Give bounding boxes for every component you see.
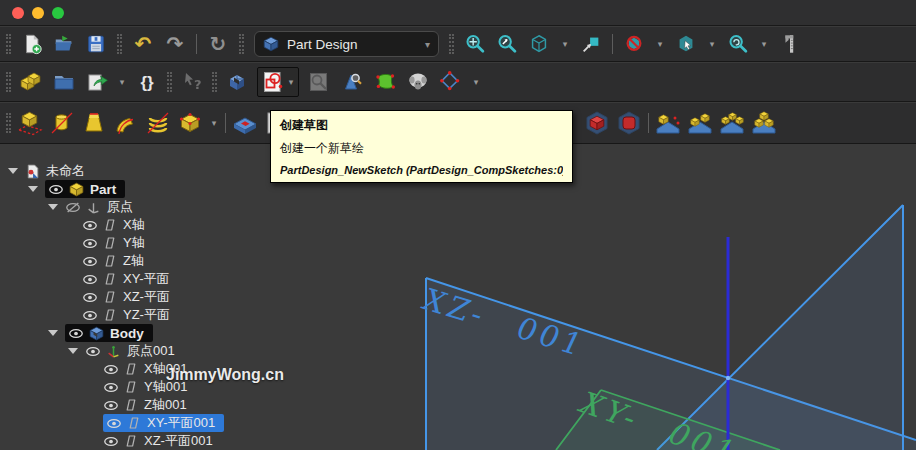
dropdown-caret[interactable]: ▾ — [471, 69, 481, 95]
subtractive-box-button[interactable] — [584, 110, 610, 136]
additive-loft-button[interactable] — [81, 110, 107, 136]
create-part-button[interactable] — [18, 69, 44, 95]
eye-icon[interactable] — [68, 328, 84, 339]
subtractive-wedge-button[interactable] — [616, 110, 642, 136]
eye-icon[interactable] — [103, 364, 119, 375]
eye-icon[interactable] — [82, 274, 98, 285]
fit-selection-button[interactable] — [496, 33, 518, 55]
tree-row-x-axis[interactable]: X轴 — [0, 216, 340, 234]
eye-icon[interactable] — [82, 256, 98, 267]
refresh-button[interactable]: ↻ — [207, 33, 229, 55]
polar-pattern-button[interactable] — [719, 110, 745, 136]
make-link-button[interactable] — [84, 69, 110, 95]
revolution-button[interactable] — [49, 110, 75, 136]
toolbar-drag-handle[interactable] — [117, 34, 122, 54]
tree-row-xz-plane001[interactable]: XZ-平面001 — [0, 432, 340, 450]
open-document-button[interactable] — [53, 33, 75, 55]
toolbar-drag-handle[interactable] — [449, 34, 454, 54]
tree-label: 未命名 — [46, 162, 85, 180]
macro-braces-button[interactable]: {} — [134, 69, 160, 95]
eye-icon[interactable] — [103, 400, 119, 411]
eye-slash-icon[interactable] — [65, 202, 81, 213]
workbench-selector[interactable]: Part Design ▾ — [254, 31, 439, 57]
zoom-refresh-button[interactable] — [727, 33, 749, 55]
tree-row-z-axis[interactable]: Z轴 — [0, 252, 340, 270]
axonometric-view-button[interactable] — [528, 33, 550, 55]
toolbar-drag-handle[interactable] — [239, 34, 244, 54]
expand-arrow-icon[interactable] — [48, 204, 58, 210]
tree-row-x-axis001[interactable]: X轴001 — [0, 360, 340, 378]
minimize-button[interactable] — [32, 7, 44, 19]
save-button[interactable] — [85, 33, 107, 55]
expand-arrow-icon[interactable] — [28, 186, 38, 192]
undo-button[interactable]: ↶ — [132, 33, 154, 55]
tree-row-xy-plane[interactable]: XY-平面 — [0, 270, 340, 288]
eye-icon[interactable] — [82, 310, 98, 321]
dropdown-caret[interactable]: ▾ — [286, 69, 296, 95]
additive-box-button[interactable] — [177, 110, 203, 136]
whats-this-button[interactable]: ? — [179, 69, 205, 95]
set-view-button[interactable] — [580, 33, 602, 55]
tree-row-y-axis[interactable]: Y轴 — [0, 234, 340, 252]
create-clone-button[interactable] — [405, 69, 431, 95]
create-body-button[interactable] — [224, 69, 250, 95]
toolbar-drag-handle[interactable] — [6, 113, 11, 133]
dropdown-caret[interactable]: ▾ — [560, 31, 570, 57]
eye-icon[interactable] — [106, 418, 122, 429]
create-group-button[interactable] — [51, 69, 77, 95]
tree-row-origin[interactable]: 原点 — [0, 198, 340, 216]
tree-row-yz-plane[interactable]: YZ-平面 — [0, 306, 340, 324]
expand-arrow-icon[interactable] — [68, 348, 78, 354]
dropdown-caret[interactable]: ▾ — [707, 31, 717, 57]
expand-arrow-icon[interactable] — [48, 330, 58, 336]
toolbar-drag-handle[interactable] — [212, 72, 217, 92]
toolbar-drag-handle[interactable] — [6, 34, 11, 54]
pad-button[interactable] — [17, 110, 43, 136]
selection-cube-button[interactable] — [675, 33, 697, 55]
dropdown-caret[interactable]: ▾ — [117, 69, 127, 95]
pocket-button[interactable] — [232, 110, 258, 136]
zoom-button[interactable] — [52, 7, 64, 19]
tree-row-xz-plane[interactable]: XZ-平面 — [0, 288, 340, 306]
titlebar — [0, 0, 916, 26]
linear-pattern-button[interactable] — [687, 110, 713, 136]
create-shapebinder-button[interactable] — [372, 69, 398, 95]
dropdown-caret[interactable]: ▾ — [759, 31, 769, 57]
tree-row-xy-plane001-selected[interactable]: XY-平面001 — [0, 414, 340, 432]
new-document-button[interactable] — [21, 33, 43, 55]
additive-pipe-button[interactable] — [113, 110, 139, 136]
redo-button[interactable]: ↷ — [164, 33, 186, 55]
eye-icon[interactable] — [82, 292, 98, 303]
close-button[interactable] — [12, 7, 24, 19]
new-document-icon — [21, 33, 43, 55]
tree-row-y-axis001[interactable]: Y轴001 — [0, 378, 340, 396]
open-document-icon — [53, 33, 75, 55]
eye-icon[interactable] — [85, 346, 101, 357]
toolbar-drag-handle[interactable] — [167, 72, 172, 92]
measure-button[interactable] — [779, 33, 801, 55]
additive-helix-button[interactable] — [145, 110, 171, 136]
additive-box-icon — [177, 110, 203, 136]
mirrored-button[interactable] — [655, 110, 681, 136]
tree-row-origin001[interactable]: 原点001 — [0, 342, 340, 360]
eye-icon[interactable] — [48, 184, 64, 195]
additive-helix-icon — [145, 110, 171, 136]
create-datum-button[interactable] — [438, 69, 464, 95]
create-sketch-button[interactable]: ▾ — [257, 67, 299, 97]
eye-icon[interactable] — [103, 382, 119, 393]
eye-icon[interactable] — [82, 238, 98, 249]
mirrored-icon — [655, 110, 681, 136]
tree-row-body[interactable]: Body — [0, 324, 340, 342]
validate-sketch-button[interactable] — [339, 69, 365, 95]
toolbar-drag-handle[interactable] — [6, 72, 11, 92]
edit-sketch-button[interactable] — [306, 69, 332, 95]
draw-style-button[interactable] — [623, 33, 645, 55]
tree-row-z-axis001[interactable]: Z轴001 — [0, 396, 340, 414]
expand-arrow-icon[interactable] — [8, 168, 18, 174]
dropdown-caret[interactable]: ▾ — [209, 110, 219, 136]
dropdown-caret[interactable]: ▾ — [655, 31, 665, 57]
eye-icon[interactable] — [82, 220, 98, 231]
fit-all-button[interactable] — [464, 33, 486, 55]
eye-icon[interactable] — [103, 436, 119, 447]
multitransform-button[interactable] — [751, 110, 777, 136]
